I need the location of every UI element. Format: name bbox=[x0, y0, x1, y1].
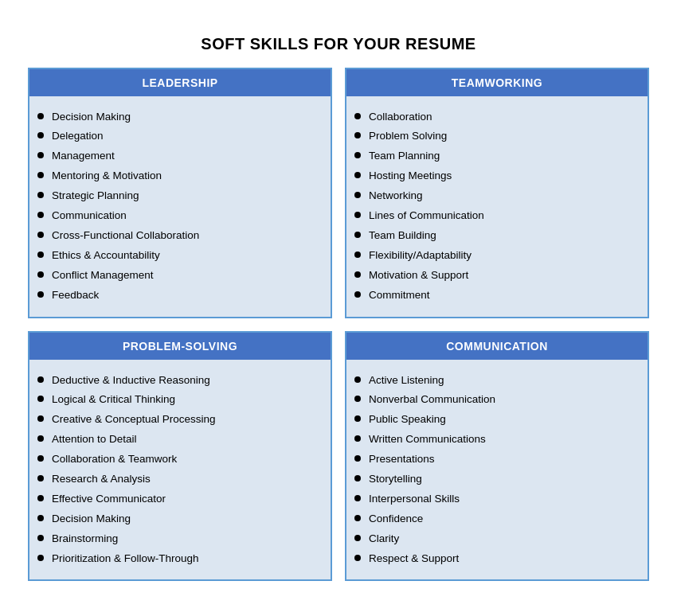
bullet-icon bbox=[354, 435, 361, 442]
skill-list-leadership: Decision MakingDelegationManagementMento… bbox=[37, 107, 318, 306]
skill-label: Confidence bbox=[369, 512, 423, 527]
list-item: Collaboration & Teamwork bbox=[37, 450, 318, 470]
list-item: Strategic Planning bbox=[37, 186, 318, 206]
skill-label: Communication bbox=[52, 209, 127, 224]
skill-label: Effective Communicator bbox=[52, 492, 166, 507]
list-item: Lines of Communication bbox=[354, 206, 635, 226]
card-body-leadership: Decision MakingDelegationManagementMento… bbox=[29, 96, 331, 317]
skill-list-communication: Active ListeningNonverbal CommunicationP… bbox=[354, 371, 635, 569]
list-item: Effective Communicator bbox=[37, 489, 318, 509]
bullet-icon bbox=[37, 415, 44, 422]
bullet-icon bbox=[354, 376, 361, 383]
list-item: Conflict Management bbox=[37, 266, 318, 286]
bullet-icon bbox=[354, 475, 361, 481]
bullet-icon bbox=[354, 291, 361, 298]
skill-label: Brainstorming bbox=[52, 532, 118, 547]
bullet-icon bbox=[354, 515, 361, 521]
skill-label: Motivation & Support bbox=[369, 268, 468, 283]
bullet-icon bbox=[354, 132, 361, 138]
skill-label: Lines of Communication bbox=[369, 209, 484, 224]
bullet-icon bbox=[354, 455, 361, 462]
list-item: Clarity bbox=[354, 529, 635, 549]
card-header-teamworking: TEAMWORKING bbox=[346, 69, 648, 96]
skill-label: Feedback bbox=[52, 288, 99, 303]
skill-label: Creative & Conceptual Processing bbox=[52, 412, 216, 427]
bullet-icon bbox=[37, 192, 44, 198]
list-item: Commitment bbox=[354, 286, 635, 306]
list-item: Motivation & Support bbox=[354, 266, 635, 286]
bullet-icon bbox=[37, 271, 44, 278]
bullet-icon bbox=[354, 212, 361, 218]
bullet-icon bbox=[37, 132, 44, 138]
card-teamworking: TEAMWORKINGCollaborationProblem SolvingT… bbox=[345, 68, 649, 318]
card-header-communication: COMMUNICATION bbox=[346, 333, 648, 360]
list-item: Problem Solving bbox=[354, 127, 635, 146]
skill-label: Decision Making bbox=[52, 110, 131, 125]
list-item: Cross-Functional Collaboration bbox=[37, 226, 318, 246]
list-item: Mentoring & Motivation bbox=[37, 166, 318, 186]
list-item: Written Communications bbox=[354, 430, 635, 450]
skill-label: Clarity bbox=[369, 532, 399, 547]
bullet-icon bbox=[354, 251, 361, 258]
list-item: Hosting Meetings bbox=[354, 166, 635, 186]
card-body-problem-solving: Deductive & Inductive ReasoningLogical &… bbox=[29, 360, 331, 580]
bullet-icon bbox=[37, 515, 44, 521]
skill-label: Mentoring & Motivation bbox=[52, 169, 162, 184]
skill-label: Collaboration & Teamwork bbox=[52, 452, 177, 467]
list-item: Management bbox=[37, 146, 318, 166]
skill-label: Management bbox=[52, 149, 115, 164]
bullet-icon bbox=[354, 535, 361, 541]
list-item: Nonverbal Communication bbox=[354, 390, 635, 410]
list-item: Public Speaking bbox=[354, 410, 635, 430]
bullet-icon bbox=[354, 113, 361, 119]
card-header-leadership: LEADERSHIP bbox=[29, 69, 331, 96]
skill-label: Ethics & Accountability bbox=[52, 248, 160, 263]
bullet-icon bbox=[37, 555, 44, 561]
list-item: Creative & Conceptual Processing bbox=[37, 410, 318, 430]
list-item: Flexibility/Adaptability bbox=[354, 246, 635, 266]
skill-label: Attention to Detail bbox=[52, 432, 137, 447]
bullet-icon bbox=[354, 396, 361, 402]
skill-label: Active Listening bbox=[369, 373, 444, 388]
card-body-communication: Active ListeningNonverbal CommunicationP… bbox=[346, 360, 648, 580]
list-item: Research & Analysis bbox=[37, 470, 318, 489]
bullet-icon bbox=[37, 535, 44, 541]
bullet-icon bbox=[354, 152, 361, 158]
list-item: Networking bbox=[354, 186, 635, 206]
page-title: SOFT SKILLS FOR YOUR RESUME bbox=[28, 35, 649, 53]
list-item: Delegation bbox=[37, 127, 318, 146]
card-body-teamworking: CollaborationProblem SolvingTeam Plannin… bbox=[346, 96, 648, 317]
skill-label: Commitment bbox=[369, 288, 430, 303]
bullet-icon bbox=[37, 396, 44, 402]
card-problem-solving: PROBLEM-SOLVINGDeductive & Inductive Rea… bbox=[28, 331, 332, 582]
list-item: Prioritization & Follow-Through bbox=[37, 549, 318, 569]
skill-label: Team Planning bbox=[369, 149, 440, 164]
skill-label: Written Communications bbox=[369, 432, 486, 447]
list-item: Storytelling bbox=[354, 470, 635, 489]
list-item: Decision Making bbox=[37, 107, 318, 127]
list-item: Confidence bbox=[354, 509, 635, 529]
bullet-icon bbox=[37, 475, 44, 481]
bullet-icon bbox=[354, 415, 361, 422]
card-header-problem-solving: PROBLEM-SOLVING bbox=[29, 333, 331, 360]
list-item: Deductive & Inductive Reasoning bbox=[37, 371, 318, 391]
list-item: Respect & Support bbox=[354, 549, 635, 569]
bullet-icon bbox=[354, 495, 361, 501]
list-item: Team Planning bbox=[354, 146, 635, 166]
skill-label: Storytelling bbox=[369, 472, 422, 487]
skill-label: Problem Solving bbox=[369, 129, 447, 144]
skill-label: Deductive & Inductive Reasoning bbox=[52, 373, 210, 388]
skill-label: Networking bbox=[369, 189, 423, 204]
list-item: Presentations bbox=[354, 450, 635, 470]
list-item: Ethics & Accountability bbox=[37, 246, 318, 266]
skill-label: Nonverbal Communication bbox=[369, 392, 495, 407]
bullet-icon bbox=[37, 152, 44, 158]
skill-label: Cross-Functional Collaboration bbox=[52, 228, 199, 244]
card-communication: COMMUNICATIONActive ListeningNonverbal C… bbox=[345, 331, 649, 582]
list-item: Logical & Critical Thinking bbox=[37, 390, 318, 410]
bullet-icon bbox=[354, 271, 361, 278]
skill-label: Hosting Meetings bbox=[369, 169, 452, 184]
page-wrapper: SOFT SKILLS FOR YOUR RESUME LEADERSHIPDe… bbox=[12, 19, 665, 598]
skills-grid: LEADERSHIPDecision MakingDelegationManag… bbox=[28, 68, 649, 582]
skill-list-problem-solving: Deductive & Inductive ReasoningLogical &… bbox=[37, 371, 318, 569]
